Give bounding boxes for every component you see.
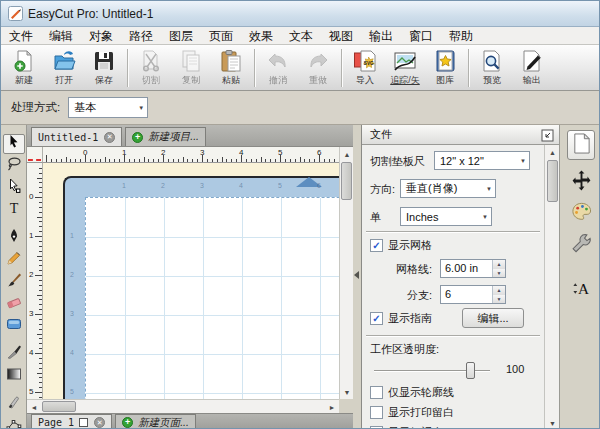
text-tool[interactable]: T [3, 200, 25, 220]
show-grid-checkbox[interactable]: ✓ 显示网格 [370, 238, 432, 253]
move-panel-button[interactable] [567, 169, 595, 195]
spinner-arrows-icon[interactable]: ▲▼ [492, 286, 505, 303]
knife-tool[interactable] [3, 344, 25, 364]
menu-item-9[interactable]: 输出 [361, 27, 401, 45]
opacity-label: 工作区透明度: [370, 342, 439, 357]
brush-tool[interactable] [3, 272, 25, 292]
new-page-tab[interactable]: + 新建页面... [115, 414, 196, 429]
scroll-down-icon[interactable]: ▼ [545, 416, 559, 429]
output-button-label: 输出 [523, 74, 541, 87]
scroll-up-icon[interactable]: ▲ [545, 145, 559, 159]
panel-scroll-thumb[interactable] [547, 160, 558, 202]
grid-line-spinner[interactable]: 6.00 in ▲▼ [440, 259, 506, 278]
ruler-tick [187, 159, 188, 162]
scroll-left-icon[interactable]: ◄ [27, 400, 41, 414]
text-panel-button[interactable]: A [567, 277, 595, 303]
ruler-tick [39, 265, 42, 266]
outline-only-checkbox[interactable]: 仅显示轮廓线 [370, 385, 454, 400]
canvas-vscrollbar[interactable]: ▲ ▼ [339, 147, 353, 399]
window-title: EasyCut Pro: Untitled-1 [28, 7, 153, 21]
node-select-icon [6, 178, 22, 198]
scroll-down-icon[interactable]: ▼ [340, 385, 354, 399]
pencil-tool[interactable] [3, 250, 25, 270]
save-button[interactable]: 保存 [84, 47, 124, 89]
origin-marker [28, 159, 41, 161]
gradient-tool[interactable] [3, 366, 25, 386]
registration-marks-checkbox[interactable]: 显示标记点 [370, 425, 443, 429]
process-mode-select[interactable]: 基本 ▼ [68, 97, 148, 118]
opacity-slider[interactable]: 100 [362, 361, 544, 380]
scroll-right-icon[interactable]: ► [325, 400, 339, 414]
menu-item-4[interactable]: 图层 [161, 27, 201, 45]
menu-item-10[interactable]: 窗口 [401, 27, 441, 45]
unit-value: Inches [406, 211, 438, 223]
open-button[interactable]: 打开 [44, 47, 84, 89]
close-icon[interactable]: ✕ [94, 417, 105, 428]
panel-splitter[interactable] [353, 125, 361, 429]
paste-button[interactable]: 粘贴 [211, 47, 251, 89]
preview-button[interactable]: 预览 [472, 47, 512, 89]
ruler-tick [295, 159, 296, 162]
blade-tool[interactable] [3, 394, 25, 414]
trace-button[interactable]: 追踪/矢 [385, 47, 425, 89]
collapse-arrow-icon[interactable] [354, 271, 359, 279]
menu-item-3[interactable]: 路径 [121, 27, 161, 45]
subdivision-spinner[interactable]: 6 ▲▼ [440, 285, 506, 304]
pages-panel-button[interactable] [567, 130, 595, 160]
show-guides-checkbox[interactable]: ✓ 显示指南 [370, 311, 432, 326]
ruler-tick [148, 159, 149, 162]
ruler-tick [37, 295, 42, 296]
menu-item-0[interactable]: 文件 [1, 27, 41, 45]
edit-guides-button[interactable]: 编辑... [462, 308, 524, 328]
close-icon[interactable]: ✕ [104, 132, 115, 143]
shape-tool[interactable] [3, 316, 25, 336]
unit-select[interactable]: Inches ▼ [400, 207, 492, 226]
menu-item-2[interactable]: 对象 [81, 27, 121, 45]
canvas-hscrollbar[interactable]: ◄ ► [27, 399, 339, 413]
canvas-viewport[interactable]: 12345612345 [43, 163, 339, 399]
ruler-tick [168, 159, 169, 162]
import-button[interactable]: SVG导入 [345, 47, 385, 89]
eraser-icon [6, 294, 22, 314]
settings-panel-button[interactable] [567, 232, 595, 258]
menu-item-5[interactable]: 页面 [201, 27, 241, 45]
output-button[interactable]: 输出 [512, 47, 552, 89]
scroll-up-icon[interactable]: ▲ [340, 147, 354, 161]
print-margin-checkbox[interactable]: 显示打印留白 [370, 405, 454, 420]
library-button[interactable]: 图库 [425, 47, 465, 89]
hscroll-thumb[interactable] [42, 401, 76, 412]
orientation-select[interactable]: 垂直(肖像) ▼ [400, 179, 496, 198]
menu-item-6[interactable]: 效果 [241, 27, 281, 45]
panel-scrollbar[interactable]: ▲ ▼ [544, 145, 559, 429]
menu-item-1[interactable]: 编辑 [41, 27, 81, 45]
ruler-number: 3 [29, 309, 33, 318]
ruler-tick [109, 159, 110, 162]
wrench-icon [571, 233, 592, 258]
pen-tool[interactable] [3, 228, 25, 248]
tab-page-1[interactable]: Page 1 ✕ [31, 414, 112, 429]
new-button[interactable]: 新建 [4, 47, 44, 89]
new-project-tab[interactable]: + 新建项目... [125, 127, 206, 146]
toolbar-separator [341, 49, 342, 87]
design-page[interactable] [85, 197, 339, 399]
polyline-tool[interactable] [3, 416, 25, 429]
menu-item-7[interactable]: 文本 [281, 27, 321, 45]
vscroll-thumb[interactable] [341, 162, 352, 200]
select-tool[interactable] [3, 134, 25, 154]
spinner-arrows-icon[interactable]: ▲▼ [492, 260, 505, 277]
svg-text:SVG: SVG [364, 61, 374, 66]
slider-handle[interactable] [466, 362, 475, 379]
grid-line [86, 276, 339, 277]
page-color-swatch[interactable] [79, 418, 88, 427]
menu-item-8[interactable]: 视图 [321, 27, 361, 45]
ruler-number: 6 [317, 148, 321, 157]
eraser-tool[interactable] [3, 294, 25, 314]
color-panel-button[interactable] [567, 200, 595, 226]
menu-item-11[interactable]: 帮助 [441, 27, 481, 45]
lasso-tool[interactable] [3, 156, 25, 176]
tab-untitled-1[interactable]: Untitled-1 ✕ [31, 127, 122, 146]
node-select-tool[interactable] [3, 178, 25, 198]
ruler-tick [56, 159, 57, 162]
float-panel-icon[interactable] [541, 128, 554, 141]
mat-size-select[interactable]: 12" x 12" ▼ [434, 151, 530, 170]
